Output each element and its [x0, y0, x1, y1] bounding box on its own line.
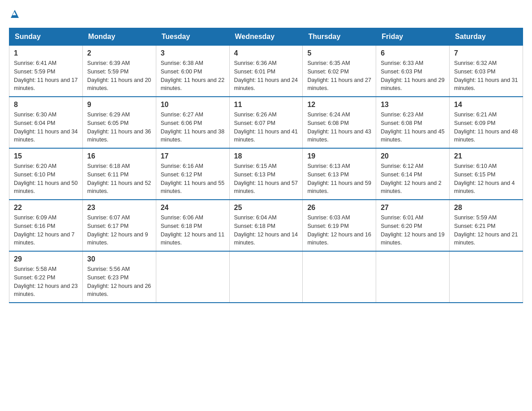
day-number: 6	[381, 49, 445, 57]
day-detail: Sunrise: 6:38 AMSunset: 6:00 PMDaylight:…	[161, 59, 225, 93]
calendar-day-cell: 19Sunrise: 6:13 AMSunset: 6:13 PMDayligh…	[303, 148, 376, 200]
day-detail: Sunrise: 6:24 AMSunset: 6:08 PMDaylight:…	[307, 111, 371, 144]
header-monday: Monday	[82, 28, 156, 46]
calendar-day-cell: 5Sunrise: 6:35 AMSunset: 6:02 PMDaylight…	[303, 46, 376, 97]
calendar-week-row: 22Sunrise: 6:09 AMSunset: 6:16 PMDayligh…	[9, 200, 523, 251]
day-number: 5	[307, 49, 371, 57]
day-detail: Sunrise: 6:12 AMSunset: 6:14 PMDaylight:…	[381, 162, 445, 196]
day-number: 30	[87, 255, 151, 263]
day-detail: Sunrise: 6:23 AMSunset: 6:08 PMDaylight:…	[381, 111, 445, 144]
header-saturday: Saturday	[450, 28, 523, 46]
calendar-day-cell: 6Sunrise: 6:33 AMSunset: 6:03 PMDaylight…	[376, 46, 450, 97]
day-number: 17	[161, 152, 225, 160]
day-detail: Sunrise: 6:01 AMSunset: 6:20 PMDaylight:…	[381, 214, 445, 247]
day-detail: Sunrise: 6:39 AMSunset: 5:59 PMDaylight:…	[87, 59, 151, 93]
header-tuesday: Tuesday	[156, 28, 229, 46]
day-detail: Sunrise: 5:58 AMSunset: 6:22 PMDaylight:…	[14, 265, 78, 299]
calendar-day-cell: 24Sunrise: 6:06 AMSunset: 6:18 PMDayligh…	[156, 200, 229, 251]
calendar-day-cell: 9Sunrise: 6:29 AMSunset: 6:05 PMDaylight…	[82, 97, 156, 148]
day-detail: Sunrise: 6:09 AMSunset: 6:16 PMDaylight:…	[14, 214, 78, 247]
calendar-day-cell: 7Sunrise: 6:32 AMSunset: 6:03 PMDaylight…	[450, 46, 523, 97]
day-detail: Sunrise: 6:16 AMSunset: 6:12 PMDaylight:…	[161, 162, 225, 196]
day-detail: Sunrise: 6:30 AMSunset: 6:04 PMDaylight:…	[14, 111, 78, 144]
header-wednesday: Wednesday	[229, 28, 303, 46]
day-detail: Sunrise: 6:35 AMSunset: 6:02 PMDaylight:…	[307, 59, 371, 93]
calendar-day-cell: 13Sunrise: 6:23 AMSunset: 6:08 PMDayligh…	[376, 97, 450, 148]
calendar-day-cell: 23Sunrise: 6:07 AMSunset: 6:17 PMDayligh…	[82, 200, 156, 251]
day-number: 12	[307, 101, 371, 109]
day-number: 25	[234, 204, 298, 212]
day-detail: Sunrise: 6:15 AMSunset: 6:13 PMDaylight:…	[234, 162, 298, 196]
day-detail: Sunrise: 6:41 AMSunset: 5:59 PMDaylight:…	[14, 59, 78, 93]
calendar-day-cell	[450, 251, 523, 303]
day-number: 10	[161, 101, 225, 109]
day-number: 14	[454, 101, 518, 109]
day-detail: Sunrise: 6:10 AMSunset: 6:15 PMDaylight:…	[454, 162, 518, 196]
day-detail: Sunrise: 6:13 AMSunset: 6:13 PMDaylight:…	[307, 162, 371, 196]
calendar-day-cell: 12Sunrise: 6:24 AMSunset: 6:08 PMDayligh…	[303, 97, 376, 148]
header-sunday: Sunday	[9, 28, 83, 46]
calendar-day-cell: 15Sunrise: 6:20 AMSunset: 6:10 PMDayligh…	[9, 148, 83, 200]
day-number: 3	[161, 49, 225, 57]
day-number: 21	[454, 152, 518, 160]
day-number: 20	[381, 152, 445, 160]
day-detail: Sunrise: 6:33 AMSunset: 6:03 PMDaylight:…	[381, 59, 445, 93]
calendar-day-cell: 20Sunrise: 6:12 AMSunset: 6:14 PMDayligh…	[376, 148, 450, 200]
day-detail: Sunrise: 6:06 AMSunset: 6:18 PMDaylight:…	[161, 214, 225, 247]
day-number: 8	[14, 101, 78, 109]
calendar-day-cell: 25Sunrise: 6:04 AMSunset: 6:18 PMDayligh…	[229, 200, 303, 251]
day-detail: Sunrise: 5:56 AMSunset: 6:23 PMDaylight:…	[87, 265, 151, 299]
day-detail: Sunrise: 6:04 AMSunset: 6:18 PMDaylight:…	[234, 214, 298, 247]
calendar-day-cell: 30Sunrise: 5:56 AMSunset: 6:23 PMDayligh…	[82, 251, 156, 303]
calendar-day-cell: 22Sunrise: 6:09 AMSunset: 6:16 PMDayligh…	[9, 200, 83, 251]
calendar-day-cell: 29Sunrise: 5:58 AMSunset: 6:22 PMDayligh…	[9, 251, 83, 303]
day-number: 23	[87, 204, 151, 212]
day-number: 2	[87, 49, 151, 57]
header-thursday: Thursday	[303, 28, 376, 46]
day-number: 15	[14, 152, 78, 160]
day-detail: Sunrise: 6:36 AMSunset: 6:01 PMDaylight:…	[234, 59, 298, 93]
day-number: 28	[454, 204, 518, 212]
calendar-week-row: 15Sunrise: 6:20 AMSunset: 6:10 PMDayligh…	[9, 148, 523, 200]
calendar-day-cell: 14Sunrise: 6:21 AMSunset: 6:09 PMDayligh…	[450, 97, 523, 148]
calendar-day-cell: 16Sunrise: 6:18 AMSunset: 6:11 PMDayligh…	[82, 148, 156, 200]
calendar-day-cell: 4Sunrise: 6:36 AMSunset: 6:01 PMDaylight…	[229, 46, 303, 97]
day-number: 29	[14, 255, 78, 263]
day-detail: Sunrise: 6:18 AMSunset: 6:11 PMDaylight:…	[87, 162, 151, 196]
calendar-day-cell: 18Sunrise: 6:15 AMSunset: 6:13 PMDayligh…	[229, 148, 303, 200]
calendar-week-row: 1Sunrise: 6:41 AMSunset: 5:59 PMDaylight…	[9, 46, 523, 97]
calendar-day-cell	[156, 251, 229, 303]
logo-triangle	[10, 9, 20, 19]
calendar-day-cell: 17Sunrise: 6:16 AMSunset: 6:12 PMDayligh…	[156, 148, 229, 200]
calendar-day-cell: 2Sunrise: 6:39 AMSunset: 5:59 PMDaylight…	[82, 46, 156, 97]
day-detail: Sunrise: 6:32 AMSunset: 6:03 PMDaylight:…	[454, 59, 518, 93]
calendar-header-row: Sunday Monday Tuesday Wednesday Thursday…	[9, 28, 523, 46]
day-number: 9	[87, 101, 151, 109]
day-number: 7	[454, 49, 518, 57]
header-friday: Friday	[376, 28, 450, 46]
day-number: 22	[14, 204, 78, 212]
day-detail: Sunrise: 5:59 AMSunset: 6:21 PMDaylight:…	[454, 214, 518, 247]
calendar-day-cell	[376, 251, 450, 303]
day-detail: Sunrise: 6:03 AMSunset: 6:19 PMDaylight:…	[307, 214, 371, 247]
calendar-day-cell: 11Sunrise: 6:26 AMSunset: 6:07 PMDayligh…	[229, 97, 303, 148]
calendar-day-cell: 27Sunrise: 6:01 AMSunset: 6:20 PMDayligh…	[376, 200, 450, 251]
logo	[9, 9, 20, 19]
day-number: 26	[307, 204, 371, 212]
calendar-day-cell: 28Sunrise: 5:59 AMSunset: 6:21 PMDayligh…	[450, 200, 523, 251]
calendar-day-cell	[229, 251, 303, 303]
day-number: 1	[14, 49, 78, 57]
calendar-day-cell: 1Sunrise: 6:41 AMSunset: 5:59 PMDaylight…	[9, 46, 83, 97]
day-number: 19	[307, 152, 371, 160]
calendar-week-row: 29Sunrise: 5:58 AMSunset: 6:22 PMDayligh…	[9, 251, 523, 303]
day-detail: Sunrise: 6:20 AMSunset: 6:10 PMDaylight:…	[14, 162, 78, 196]
day-detail: Sunrise: 6:27 AMSunset: 6:06 PMDaylight:…	[161, 111, 225, 144]
day-number: 13	[381, 101, 445, 109]
calendar-day-cell: 26Sunrise: 6:03 AMSunset: 6:19 PMDayligh…	[303, 200, 376, 251]
calendar-day-cell	[303, 251, 376, 303]
day-number: 27	[381, 204, 445, 212]
page-header	[9, 9, 523, 19]
day-detail: Sunrise: 6:21 AMSunset: 6:09 PMDaylight:…	[454, 111, 518, 144]
calendar-day-cell: 8Sunrise: 6:30 AMSunset: 6:04 PMDaylight…	[9, 97, 83, 148]
day-number: 11	[234, 101, 298, 109]
